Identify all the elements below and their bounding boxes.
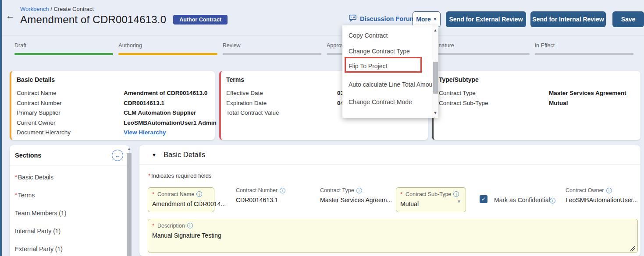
sidebar-item-external-party[interactable]: External Party (1): [10, 240, 129, 256]
description-field[interactable]: *Descriptioni Manual Signature Testing: [148, 219, 638, 253]
stage-in-effect: In Effect: [535, 42, 633, 55]
contract-name-field[interactable]: *Contract Namei Amendment of CDR0014...: [148, 187, 214, 212]
resize-handle[interactable]: [630, 246, 635, 251]
info-icon[interactable]: i: [196, 191, 202, 197]
page-title: Amendment of CDR0014613.0: [20, 14, 166, 26]
sidebar-item-terms[interactable]: *Terms: [10, 186, 129, 204]
required-note: *Indicates required fields: [148, 172, 211, 179]
stage-draft: Draft: [14, 42, 113, 55]
basic-details-panel: ▼ Basic Details *Indicates required fiel…: [139, 145, 640, 256]
contract-name-input-value: Amendment of CDR0014...: [152, 200, 210, 207]
scrollbar-thumb[interactable]: [127, 153, 132, 256]
info-icon[interactable]: i: [606, 188, 612, 193]
contract-number-value: CDR0014613.1: [124, 100, 164, 106]
save-button[interactable]: Save: [612, 11, 644, 27]
basic-details-card: Basic Details Contract NameAmendment of …: [10, 71, 215, 140]
info-icon[interactable]: i: [187, 223, 193, 228]
sections-title: Sections: [15, 152, 41, 159]
breadcrumb-workbench[interactable]: Workbench: [20, 6, 49, 12]
contract-number-field-value: CDR0014613.1: [236, 196, 285, 203]
contract-subtype-selected-value: Mutual: [400, 200, 462, 207]
stage-bar: [535, 53, 633, 55]
chevron-down-icon: ▼: [433, 17, 437, 21]
send-internal-review-button[interactable]: Send for Internal Review: [530, 11, 606, 27]
required-asterisk: *: [15, 192, 17, 198]
discussion-forum-icon: [349, 14, 357, 23]
stage-signature: Signature: [431, 42, 529, 55]
description-textarea-value: Manual Signature Testing: [152, 232, 633, 239]
highlight-box: [345, 57, 422, 73]
menu-scrollbar[interactable]: ▲ ▼: [432, 25, 438, 118]
section-title: Basic Details: [164, 151, 205, 159]
sidebar-item-basic-details[interactable]: *Basic Details: [10, 168, 129, 186]
send-external-review-button[interactable]: Send for External Review: [446, 11, 526, 27]
sidebar-item-team-members[interactable]: Team Members (1): [10, 204, 129, 222]
breadcrumb-current: Create Contract: [53, 6, 94, 12]
back-arrow-icon[interactable]: ←: [6, 11, 15, 21]
content-scrollbar[interactable]: ▲: [126, 146, 132, 256]
header-divider: [2, 35, 644, 35]
mark-as-confidential-label: Mark as Confidential: [494, 196, 550, 203]
required-asterisk: *: [152, 222, 154, 229]
stage-authoring: Authoring: [118, 42, 217, 55]
view-hierarchy-link[interactable]: View Hierarchy: [124, 129, 166, 136]
mark-as-confidential-checkbox[interactable]: ✓: [480, 195, 487, 203]
stage-bar: [223, 53, 321, 55]
contract-subtype-dropdown[interactable]: *Contract Sub-Typei Mutual ▼: [396, 187, 466, 212]
collapse-sidebar-button[interactable]: ←: [112, 150, 123, 161]
lifecycle-progress: Draft Authoring Review Approval Signatur…: [14, 42, 639, 55]
contract-type-field-value: Master Services Agreem...: [320, 196, 392, 203]
contract-number-field: Contract Numberi CDR0014613.1: [236, 187, 285, 203]
required-asterisk: *: [152, 191, 154, 197]
menu-item-change-contract-type[interactable]: Change Contract Type: [349, 46, 424, 57]
stage-bar: [14, 53, 113, 55]
contract-owner-field: Contract Owneri LeoSMBAutomationUser...: [566, 187, 638, 203]
contract-type-value: Master Services Agreement: [549, 90, 626, 96]
info-icon[interactable]: i: [453, 191, 459, 197]
app-edge-strip: [0, 0, 2, 256]
status-badge: Author Contract: [173, 15, 228, 25]
scroll-down-icon[interactable]: ▼: [432, 111, 438, 115]
stage-review: Review: [223, 42, 321, 55]
menu-item-auto-calculate-line-total[interactable]: Auto calculate Line Total Amount: [349, 79, 424, 90]
required-asterisk: *: [400, 191, 402, 197]
scrollbar-thumb[interactable]: [433, 62, 438, 94]
contract-owner-field-value: LeoSMBAutomationUser...: [566, 196, 638, 203]
primary-supplier-value: CLM Automation Supplier: [124, 109, 196, 116]
contract-type-field: Contract Typei Master Services Agreem...: [320, 187, 392, 203]
info-icon[interactable]: i: [550, 198, 555, 203]
contract-name-value: Amendment of CDR0014613.0: [124, 90, 207, 96]
stage-bar: [118, 53, 217, 55]
sections-sidebar: Sections ← *Basic Details *Terms Team Me…: [10, 145, 129, 256]
current-owner-value: LeoSMBAutomationUser1 Admin: [124, 119, 217, 126]
stage-bar: [431, 53, 529, 55]
discussion-forum-button[interactable]: Discussion Forum: [349, 14, 416, 23]
scroll-up-icon[interactable]: ▲: [126, 147, 132, 151]
more-dropdown-menu: Copy Contract Change Contract Type Flip …: [342, 25, 438, 118]
breadcrumb: Workbench / Create Contract: [20, 6, 94, 12]
chevron-down-icon[interactable]: ▼: [457, 199, 461, 204]
required-asterisk: *: [148, 172, 150, 179]
scroll-up-icon[interactable]: ▲: [432, 28, 438, 32]
menu-item-change-contract-mode[interactable]: Change Contract Mode: [349, 96, 424, 108]
required-asterisk: *: [15, 174, 17, 180]
breadcrumb-separator: /: [50, 6, 52, 12]
type-subtype-card: Type/Subtype Contract TypeMaster Service…: [432, 71, 640, 140]
menu-item-copy-contract[interactable]: Copy Contract: [349, 30, 424, 41]
contract-subtype-value: Mutual: [549, 100, 568, 106]
more-button[interactable]: More ▼: [413, 11, 441, 27]
info-icon[interactable]: i: [356, 188, 362, 193]
info-icon[interactable]: i: [280, 188, 285, 193]
sidebar-item-internal-party[interactable]: Internal Party (1): [10, 222, 129, 240]
collapse-section-icon[interactable]: ▼: [152, 152, 157, 158]
